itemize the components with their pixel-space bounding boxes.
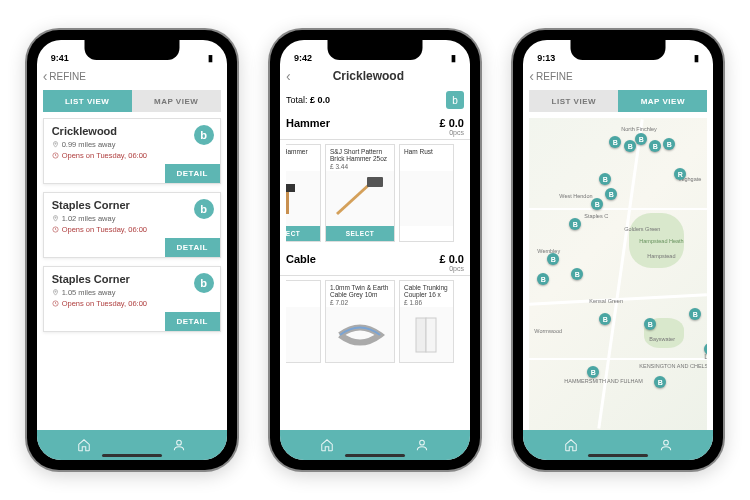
- home-icon[interactable]: [77, 438, 91, 452]
- phone-map-view: 9:13 ▮ ‹ REFINE LIST VIEW MAP VIEW North…: [513, 30, 723, 470]
- svg-rect-10: [416, 318, 426, 352]
- page-title: Cricklewood: [280, 69, 464, 83]
- map-pin[interactable]: B: [624, 140, 636, 152]
- location-icon: [52, 289, 59, 296]
- product-card[interactable]: S&J Short Pattern Brick Hammer 25oz£ 3.4…: [325, 144, 395, 242]
- total-row: Total: £ 0.0 b: [280, 88, 470, 112]
- category-name: Hammer: [286, 117, 330, 129]
- view-tabs: LIST VIEW MAP VIEW: [529, 90, 707, 112]
- product-card[interactable]: m (: [286, 280, 321, 363]
- home-icon[interactable]: [564, 438, 578, 452]
- product-content: Hammer £ 0.00pcs oss Pein Hammer 8oz SEL…: [280, 112, 470, 430]
- store-card[interactable]: b Cricklewood 0.99 miles away Opens on T…: [43, 118, 221, 184]
- tab-list-view[interactable]: LIST VIEW: [43, 90, 132, 112]
- tab-map-view[interactable]: MAP VIEW: [618, 90, 707, 112]
- phone-product-view: 9:42 ▮ ‹ Cricklewood Total: £ 0.0 b Hamm…: [270, 30, 480, 470]
- product-card[interactable]: Cable Trunking Coupler 16 x£ 1.86: [399, 280, 454, 363]
- select-button[interactable]: SELECT: [326, 226, 394, 241]
- product-image: [400, 171, 453, 226]
- product-carousel[interactable]: oss Pein Hammer 8oz SELECT S&J Short Pat…: [286, 144, 464, 242]
- map-pin[interactable]: B: [599, 173, 611, 185]
- refine-link[interactable]: REFINE: [536, 71, 573, 82]
- product-image: [326, 171, 394, 226]
- map-pin[interactable]: B: [599, 313, 611, 325]
- product-card[interactable]: 1.0mm Twin & Earth Cable Grey 10m£ 7.02: [325, 280, 395, 363]
- map-pin[interactable]: B: [704, 343, 707, 355]
- svg-point-13: [663, 440, 668, 445]
- svg-rect-7: [286, 184, 295, 192]
- map-pin[interactable]: B: [649, 140, 661, 152]
- svg-point-0: [55, 143, 56, 144]
- bottom-nav: [37, 430, 227, 460]
- map-pin[interactable]: B: [689, 308, 701, 320]
- brand-logo-icon: b: [194, 273, 214, 293]
- brand-logo-icon: b: [446, 91, 464, 109]
- header: ‹ REFINE: [37, 64, 227, 88]
- brand-logo-icon: b: [194, 125, 214, 145]
- product-image: [286, 307, 320, 362]
- store-card[interactable]: b Staples Corner 1.05 miles away Opens o…: [43, 266, 221, 332]
- map-pin[interactable]: B: [537, 273, 549, 285]
- map-pin[interactable]: B: [547, 253, 559, 265]
- detail-button[interactable]: DETAIL: [165, 238, 220, 257]
- store-name: Staples Corner: [52, 199, 212, 211]
- clock-icon: [52, 152, 59, 159]
- home-indicator: [345, 454, 405, 457]
- profile-icon[interactable]: [415, 438, 429, 452]
- select-button[interactable]: SELECT: [286, 226, 320, 241]
- detail-button[interactable]: DETAIL: [165, 312, 220, 331]
- svg-point-2: [55, 217, 56, 218]
- signal-icon: ▮: [694, 53, 699, 63]
- tab-map-view[interactable]: MAP VIEW: [132, 90, 221, 112]
- store-card[interactable]: b Staples Corner 1.02 miles away Opens o…: [43, 192, 221, 258]
- store-name: Staples Corner: [52, 273, 212, 285]
- location-icon: [52, 215, 59, 222]
- home-indicator: [102, 454, 162, 457]
- back-icon[interactable]: ‹: [43, 68, 48, 84]
- svg-point-12: [420, 440, 425, 445]
- map-pin[interactable]: B: [635, 133, 647, 145]
- map-pin[interactable]: B: [654, 376, 666, 388]
- map[interactable]: North Finchley Highgate West Hendon Stap…: [529, 118, 707, 430]
- product-image: [326, 307, 394, 362]
- refine-link[interactable]: REFINE: [49, 71, 86, 82]
- bottom-nav: [280, 430, 470, 460]
- map-pin[interactable]: B: [663, 138, 675, 150]
- category-header: Cable £ 0.00pcs: [280, 248, 470, 276]
- home-icon[interactable]: [320, 438, 334, 452]
- view-tabs: LIST VIEW MAP VIEW: [43, 90, 221, 112]
- map-pin[interactable]: B: [571, 268, 583, 280]
- svg-point-4: [55, 291, 56, 292]
- bottom-nav: [523, 430, 713, 460]
- status-time: 9:13: [537, 53, 555, 63]
- status-time: 9:41: [51, 53, 69, 63]
- signal-icon: ▮: [208, 53, 213, 63]
- svg-point-6: [177, 440, 182, 445]
- map-pin[interactable]: B: [569, 218, 581, 230]
- home-indicator: [588, 454, 648, 457]
- detail-button[interactable]: DETAIL: [165, 164, 220, 183]
- signal-icon: ▮: [451, 53, 456, 63]
- location-icon: [52, 141, 59, 148]
- svg-rect-8: [286, 192, 289, 214]
- map-pin[interactable]: B: [609, 136, 621, 148]
- tab-list-view[interactable]: LIST VIEW: [529, 90, 618, 112]
- map-pin[interactable]: B: [605, 188, 617, 200]
- map-pin[interactable]: B: [587, 366, 599, 378]
- header: ‹ REFINE: [523, 64, 713, 88]
- product-image: [286, 171, 320, 226]
- svg-rect-11: [426, 318, 436, 352]
- store-name: Cricklewood: [52, 125, 212, 137]
- clock-icon: [52, 226, 59, 233]
- header: ‹ Cricklewood: [280, 64, 470, 88]
- product-card[interactable]: Ham Rust: [399, 144, 454, 242]
- profile-icon[interactable]: [659, 438, 673, 452]
- back-icon[interactable]: ‹: [529, 68, 534, 84]
- category-name: Cable: [286, 253, 316, 265]
- svg-rect-9: [367, 177, 383, 187]
- product-carousel[interactable]: m ( 1.0mm Twin & Earth Cable Grey 10m£ 7…: [286, 280, 464, 363]
- store-list: b Cricklewood 0.99 miles away Opens on T…: [37, 118, 227, 430]
- product-image: [400, 307, 453, 362]
- profile-icon[interactable]: [172, 438, 186, 452]
- product-card[interactable]: oss Pein Hammer 8oz SELECT: [286, 144, 321, 242]
